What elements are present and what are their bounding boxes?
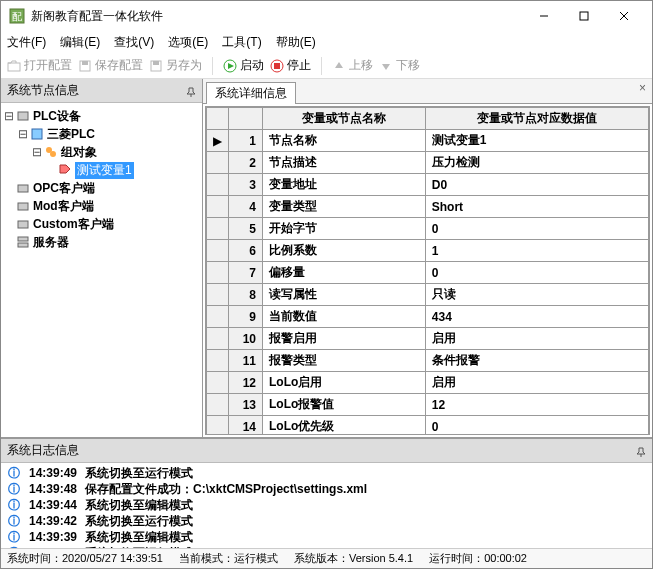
table-row[interactable]: 10报警启用启用 [207, 328, 649, 350]
table-row[interactable]: 14LoLo优先级0 [207, 416, 649, 436]
client-icon [15, 181, 31, 195]
log-message: 系统切换至编辑模式 [85, 497, 193, 514]
tree-node-plc-devices[interactable]: ⊟ PLC设备 [3, 107, 200, 125]
saveas-button[interactable]: 另存为 [149, 57, 202, 74]
menu-options[interactable]: 选项(E) [168, 34, 208, 51]
minimize-button[interactable] [524, 1, 564, 31]
table-row[interactable]: 4变量类型Short [207, 196, 649, 218]
log-message: 系统切换至编辑模式 [85, 529, 193, 546]
table-row[interactable]: 5开始字节0 [207, 218, 649, 240]
tab-detail[interactable]: 系统详细信息 [206, 82, 296, 104]
svg-rect-24 [18, 237, 28, 241]
open-icon [7, 59, 21, 73]
table-row[interactable]: 13LoLo报警值12 [207, 394, 649, 416]
menu-help[interactable]: 帮助(E) [276, 34, 316, 51]
tree-node-mod-client[interactable]: Mod客户端 [3, 197, 200, 215]
info-icon: ⓘ [7, 465, 21, 482]
tree-node-mitsubishi-plc[interactable]: ⊟ 三菱PLC [3, 125, 200, 143]
menu-file[interactable]: 文件(F) [7, 34, 46, 51]
stop-button[interactable]: 停止 [270, 57, 311, 74]
svg-rect-21 [18, 185, 28, 192]
table-row[interactable]: ▶1节点名称测试变量1 [207, 130, 649, 152]
table-row[interactable]: 3变量地址D0 [207, 174, 649, 196]
table-row[interactable]: 9当前数值434 [207, 306, 649, 328]
device-icon [15, 109, 31, 123]
log-row: ⓘ14:39:49系统切换至运行模式 [7, 465, 646, 481]
collapse-icon[interactable]: ⊟ [31, 145, 43, 159]
start-button[interactable]: 启动 [223, 57, 264, 74]
window-title: 新阁教育配置一体化软件 [31, 8, 524, 25]
svg-marker-16 [382, 64, 390, 70]
log-pane-header: 系统日志信息 [1, 439, 652, 463]
svg-rect-17 [18, 112, 28, 120]
maximize-button[interactable] [564, 1, 604, 31]
table-row[interactable]: 2节点描述压力检测 [207, 152, 649, 174]
start-icon [223, 59, 237, 73]
svg-rect-10 [153, 61, 159, 65]
table-row[interactable]: 7偏移量0 [207, 262, 649, 284]
log-body[interactable]: ⓘ14:39:49系统切换至运行模式ⓘ14:39:48保存配置文件成功：C:\x… [1, 463, 652, 548]
svg-rect-18 [32, 129, 42, 139]
info-icon: ⓘ [7, 481, 21, 498]
detail-pane: 系统详细信息 × 变量或节点名称 变量或节点对应数据值 ▶1节点名称测试变量12… [203, 79, 652, 437]
table-row[interactable]: 6比例系数1 [207, 240, 649, 262]
log-time: 14:39:44 [29, 498, 77, 512]
save-config-button[interactable]: 保存配置 [78, 57, 143, 74]
svg-rect-22 [18, 203, 28, 210]
log-time: 14:39:48 [29, 482, 77, 496]
tree-node-testvar1[interactable]: 测试变量1 [3, 161, 200, 179]
menu-tools[interactable]: 工具(T) [222, 34, 261, 51]
svg-rect-25 [18, 243, 28, 247]
plc-icon [29, 127, 45, 141]
detail-grid[interactable]: 变量或节点名称 变量或节点对应数据值 ▶1节点名称测试变量12节点描述压力检测3… [205, 106, 650, 435]
tree[interactable]: ⊟ PLC设备 ⊟ 三菱PLC ⊟ 组对象 测试变量1 OPC客户 [1, 103, 202, 437]
tree-node-custom-client[interactable]: Custom客户端 [3, 215, 200, 233]
log-time: 14:39:42 [29, 514, 77, 528]
tree-node-opc-client[interactable]: OPC客户端 [3, 179, 200, 197]
moveup-button[interactable]: 上移 [332, 57, 373, 74]
table-row[interactable]: 12LoLo启用启用 [207, 372, 649, 394]
stop-icon [270, 59, 284, 73]
svg-text:配: 配 [12, 11, 22, 22]
log-row: ⓘ14:39:44系统切换至编辑模式 [7, 497, 646, 513]
svg-rect-23 [18, 221, 28, 228]
log-message: 系统切换至运行模式 [85, 513, 193, 530]
tab-close-icon[interactable]: × [636, 81, 649, 103]
arrow-up-icon [332, 59, 346, 73]
pin-icon[interactable] [636, 446, 646, 456]
info-icon: ⓘ [7, 529, 21, 546]
log-pane: 系统日志信息 ⓘ14:39:49系统切换至运行模式ⓘ14:39:48保存配置文件… [1, 437, 652, 548]
log-time: 14:39:39 [29, 530, 77, 544]
svg-rect-3 [580, 12, 588, 20]
tree-node-group[interactable]: ⊟ 组对象 [3, 143, 200, 161]
tree-node-server[interactable]: 服务器 [3, 233, 200, 251]
svg-rect-14 [274, 63, 280, 69]
arrow-down-icon [379, 59, 393, 73]
collapse-icon[interactable]: ⊟ [3, 109, 15, 123]
server-icon [15, 235, 31, 249]
toolbar: 打开配置 保存配置 另存为 启动 停止 上移 下移 [1, 53, 652, 79]
log-message: 保存配置文件成功：C:\xktCMSProject\settings.xml [85, 481, 367, 498]
save-icon [78, 59, 92, 73]
tree-pane-header: 系统节点信息 [1, 79, 202, 103]
log-pane-title: 系统日志信息 [7, 442, 79, 459]
titlebar: 配 新阁教育配置一体化软件 [1, 1, 652, 31]
detail-tabbar: 系统详细信息 × [203, 79, 652, 104]
open-config-button[interactable]: 打开配置 [7, 57, 72, 74]
client-icon [15, 199, 31, 213]
table-row[interactable]: 8读写属性只读 [207, 284, 649, 306]
log-row: ⓘ14:39:39系统切换至编辑模式 [7, 529, 646, 545]
menubar: 文件(F) 编辑(E) 查找(V) 选项(E) 工具(T) 帮助(E) [1, 31, 652, 53]
close-button[interactable] [604, 1, 644, 31]
status-version: 系统版本：Version 5.4.1 [294, 551, 413, 566]
movedown-button[interactable]: 下移 [379, 57, 420, 74]
svg-point-20 [50, 151, 56, 157]
client-icon [15, 217, 31, 231]
log-row: ⓘ14:39:42系统切换至运行模式 [7, 513, 646, 529]
menu-edit[interactable]: 编辑(E) [60, 34, 100, 51]
log-row: ⓘ14:39:48保存配置文件成功：C:\xktCMSProject\setti… [7, 481, 646, 497]
pin-icon[interactable] [186, 86, 196, 96]
menu-find[interactable]: 查找(V) [114, 34, 154, 51]
table-row[interactable]: 11报警类型条件报警 [207, 350, 649, 372]
collapse-icon[interactable]: ⊟ [17, 127, 29, 141]
